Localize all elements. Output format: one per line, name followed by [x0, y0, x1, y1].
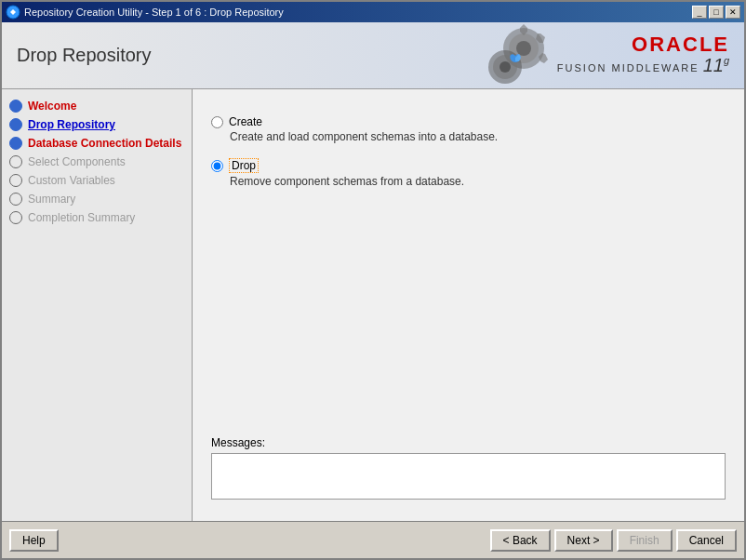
finish-button[interactable]: Finish [617, 529, 673, 552]
create-option: Create Create and load component schemas… [211, 115, 726, 143]
oracle-brand: ORACLE FUSION MIDDLEWARE 11g [557, 34, 729, 76]
svg-point-3 [516, 41, 531, 56]
drop-radio-row: Drop [211, 158, 726, 173]
title-text: Repository Creation Utility - Step 1 of … [24, 7, 284, 18]
next-button[interactable]: Next > [554, 529, 613, 552]
sidebar-item-drop-repository[interactable]: Drop Repository [2, 115, 192, 134]
sidebar: Welcome Drop Repository Database Connect… [2, 89, 193, 521]
gear-decoration [485, 24, 550, 87]
sidebar-label-database-connection: Database Connection Details [28, 137, 181, 150]
radio-group: Create Create and load component schemas… [211, 115, 726, 188]
sidebar-label-drop-repository: Drop Repository [28, 118, 115, 131]
create-radio-row: Create [211, 115, 726, 128]
main-window: Repository Creation Utility - Step 1 of … [0, 0, 746, 560]
title-bar-buttons: _ □ ✕ [692, 6, 740, 19]
close-button[interactable]: ✕ [726, 6, 740, 19]
custom-variables-indicator [9, 174, 22, 187]
fusion-brand: FUSION MIDDLEWARE [557, 63, 699, 73]
create-description: Create and load component schemas into a… [230, 130, 726, 143]
sidebar-item-database-connection[interactable]: Database Connection Details [2, 134, 192, 153]
back-button[interactable]: < Back [490, 529, 551, 552]
app-icon [6, 5, 20, 20]
welcome-indicator [9, 100, 22, 113]
sidebar-item-completion-summary: Completion Summary [2, 208, 192, 227]
minimize-button[interactable]: _ [692, 6, 707, 19]
sidebar-item-select-components: Select Components [2, 153, 192, 171]
cancel-button[interactable]: Cancel [676, 529, 737, 552]
drop-description: Remove component schemas from a database… [230, 175, 726, 188]
maximize-button[interactable]: □ [709, 6, 724, 19]
drop-radio[interactable] [211, 160, 223, 172]
messages-box[interactable] [211, 453, 726, 500]
summary-indicator [9, 193, 22, 206]
version-text: 11g [703, 55, 729, 76]
drop-label[interactable]: Drop [229, 158, 259, 173]
sidebar-item-custom-variables: Custom Variables [2, 171, 192, 190]
sidebar-label-completion-summary: Completion Summary [28, 211, 135, 224]
messages-section: Messages: [211, 421, 726, 502]
drop-option: Drop Remove component schemas from a dat… [211, 158, 726, 188]
oracle-name: ORACLE [632, 34, 729, 55]
header-title: Drop Repository [17, 45, 152, 66]
sidebar-item-summary: Summary [2, 190, 192, 208]
oracle-logo-area: ORACLE FUSION MIDDLEWARE 11g [485, 24, 729, 87]
title-bar: Repository Creation Utility - Step 1 of … [2, 2, 744, 22]
footer-left: Help [9, 529, 59, 552]
sidebar-label-custom-variables: Custom Variables [28, 174, 115, 187]
header-banner: Drop Repository ORACLE FUSION MIDDLEWAR [2, 22, 744, 89]
content-area: Create Create and load component schemas… [193, 89, 744, 521]
completion-summary-indicator [9, 211, 22, 224]
create-radio[interactable] [211, 116, 223, 128]
main-content: Welcome Drop Repository Database Connect… [2, 89, 744, 521]
sidebar-label-welcome: Welcome [28, 100, 76, 113]
sidebar-label-select-components: Select Components [28, 155, 126, 168]
database-connection-indicator [9, 137, 22, 150]
sidebar-item-welcome[interactable]: Welcome [2, 97, 192, 115]
title-bar-text-group: Repository Creation Utility - Step 1 of … [6, 5, 284, 20]
help-button[interactable]: Help [9, 529, 59, 552]
sidebar-label-summary: Summary [28, 193, 75, 206]
footer-right: < Back Next > Finish Cancel [490, 529, 737, 552]
create-label[interactable]: Create [229, 115, 262, 128]
messages-label: Messages: [211, 436, 726, 449]
drop-repository-indicator [9, 118, 22, 131]
select-components-indicator [9, 155, 22, 168]
svg-point-6 [500, 61, 511, 73]
footer: Help < Back Next > Finish Cancel [2, 521, 744, 558]
